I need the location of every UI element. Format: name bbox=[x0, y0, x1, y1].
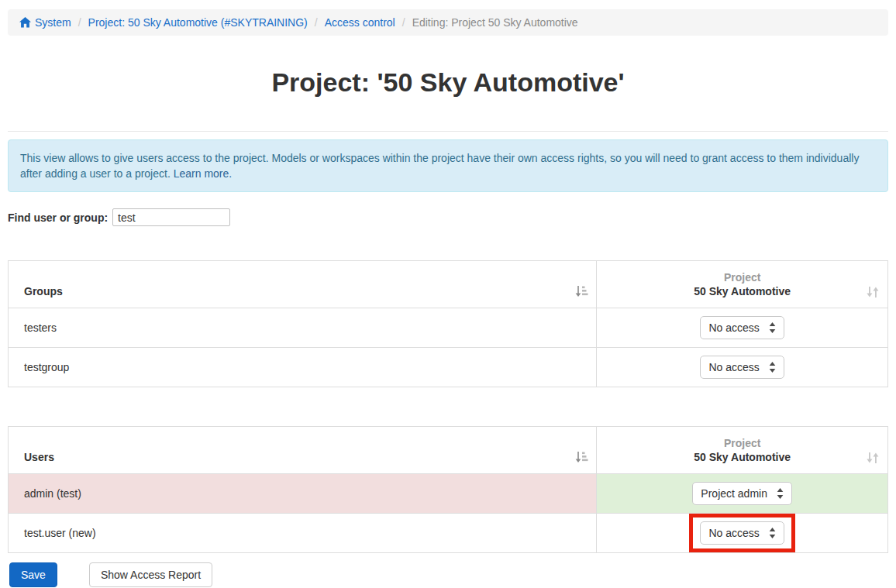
user-name: test.user (new) bbox=[9, 514, 597, 553]
sort-amount-icon[interactable] bbox=[574, 285, 588, 298]
breadcrumb-item-system[interactable]: System bbox=[19, 15, 71, 29]
sort-amount-icon[interactable] bbox=[574, 451, 588, 464]
access-select[interactable]: Project admin bbox=[692, 482, 792, 505]
groups-table-container: Groups Project 50 Sky Automotive bbox=[8, 260, 888, 387]
show-access-report-button[interactable]: Show Access Report bbox=[89, 562, 212, 587]
page-title: Project: '50 Sky Automotive' bbox=[0, 67, 896, 98]
access-select[interactable]: No access bbox=[700, 316, 784, 339]
actions-bar: Save Show Access Report bbox=[8, 562, 888, 587]
access-control-page: System / Project: 50 Sky Automotive (#SK… bbox=[0, 0, 896, 588]
access-select-value: Project admin bbox=[701, 487, 767, 500]
table-row: test.user (new) No access bbox=[9, 514, 888, 553]
select-caret-icon bbox=[769, 322, 776, 333]
breadcrumb-label: System bbox=[35, 15, 71, 29]
groups-header-cell: Groups bbox=[9, 261, 597, 308]
group-access-cell: No access bbox=[597, 348, 888, 387]
table-row: admin (test) Project admin bbox=[9, 474, 888, 514]
users-header-label: Users bbox=[24, 451, 54, 463]
sort-updown-icon[interactable] bbox=[866, 452, 880, 464]
group-name: testgroup bbox=[9, 348, 597, 387]
user-access-cell: Project admin bbox=[597, 474, 888, 514]
access-select-value: No access bbox=[708, 360, 759, 374]
save-button[interactable]: Save bbox=[9, 562, 57, 587]
users-project-header-cell: Project 50 Sky Automotive bbox=[597, 427, 888, 474]
select-caret-icon bbox=[769, 362, 776, 373]
breadcrumb: System / Project: 50 Sky Automotive (#SK… bbox=[8, 9, 888, 36]
users-table-container: Users Project 50 Sky Automotive bbox=[8, 426, 888, 553]
table-row: testers No access bbox=[9, 308, 888, 348]
home-icon bbox=[19, 17, 31, 28]
sort-updown-icon[interactable] bbox=[866, 286, 880, 298]
groups-project-header-cell: Project 50 Sky Automotive bbox=[597, 261, 888, 308]
breadcrumb-item-project[interactable]: Project: 50 Sky Automotive (#SKYTRAINING… bbox=[88, 15, 308, 29]
select-caret-icon bbox=[769, 528, 776, 538]
breadcrumb-separator: / bbox=[71, 15, 88, 29]
user-access-cell: No access bbox=[597, 514, 888, 553]
red-highlight-box: No access bbox=[689, 514, 794, 552]
group-access-cell: No access bbox=[597, 308, 888, 348]
project-header-bottom: 50 Sky Automotive bbox=[598, 450, 887, 464]
info-alert-text: This view allows to give users access to… bbox=[20, 152, 859, 180]
access-select-value: No access bbox=[708, 526, 759, 540]
user-name: admin (test) bbox=[9, 474, 597, 514]
users-table: Users Project 50 Sky Automotive bbox=[8, 426, 888, 553]
users-header-cell: Users bbox=[9, 427, 597, 474]
find-user-input[interactable] bbox=[112, 208, 230, 226]
title-divider bbox=[8, 131, 888, 132]
info-alert: This view allows to give users access to… bbox=[8, 139, 888, 192]
project-header-top: Project bbox=[598, 270, 887, 284]
table-row: testgroup No access bbox=[9, 348, 888, 387]
access-select[interactable]: No access bbox=[700, 521, 784, 545]
groups-table: Groups Project 50 Sky Automotive bbox=[8, 260, 888, 387]
breadcrumb-item-editing: Editing: Project 50 Sky Automotive bbox=[412, 15, 578, 29]
find-user-label: Find user or group: bbox=[8, 211, 108, 224]
select-caret-icon bbox=[777, 488, 784, 499]
access-select[interactable]: No access bbox=[700, 356, 784, 379]
breadcrumb-separator: / bbox=[308, 15, 325, 29]
find-user-row: Find user or group: bbox=[8, 208, 888, 226]
group-name: testers bbox=[9, 308, 597, 348]
breadcrumb-item-access-control[interactable]: Access control bbox=[325, 15, 395, 29]
project-header-bottom: 50 Sky Automotive bbox=[598, 284, 887, 298]
learn-more-link[interactable]: Learn more. bbox=[174, 167, 232, 180]
project-header-top: Project bbox=[598, 436, 887, 450]
groups-header-label: Groups bbox=[24, 285, 63, 297]
breadcrumb-separator: / bbox=[395, 15, 412, 29]
access-select-value: No access bbox=[708, 321, 759, 335]
